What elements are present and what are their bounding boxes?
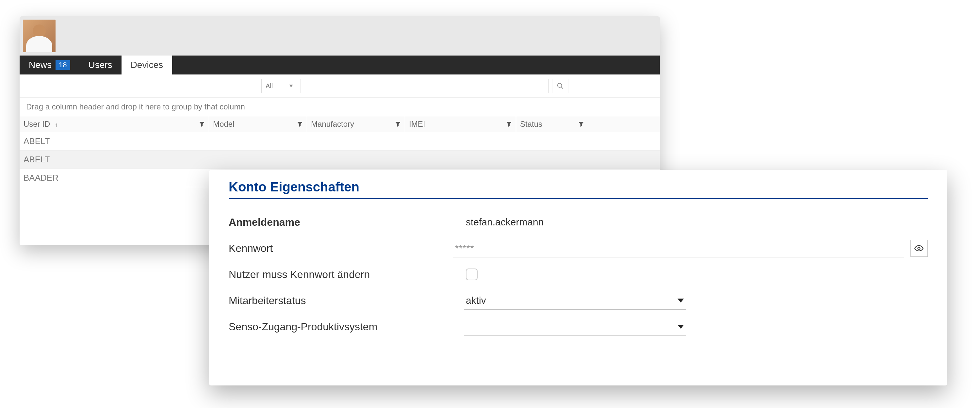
senso-label: Senso-Zugang-Produktivsystem <box>229 321 464 333</box>
sort-asc-icon: ↑ <box>55 121 58 128</box>
tab-label: News <box>29 60 52 70</box>
chevron-down-icon <box>678 325 684 328</box>
status-value: aktiv <box>466 295 486 306</box>
tab-devices[interactable]: Devices <box>121 56 172 75</box>
row-status: Mitarbeiterstatus aktiv <box>229 287 928 314</box>
search-input[interactable] <box>301 79 549 93</box>
filter-icon[interactable] <box>506 121 512 127</box>
password-field[interactable]: ***** <box>453 239 904 257</box>
filter-icon[interactable] <box>578 121 584 127</box>
table-row[interactable]: ABELT <box>20 132 660 151</box>
filter-icon[interactable] <box>395 121 401 127</box>
column-label: Model <box>213 120 234 129</box>
password-label: Kennwort <box>229 242 453 255</box>
dropdown-value: All <box>266 82 273 90</box>
column-label: User ID <box>24 120 50 128</box>
reveal-password-button[interactable] <box>910 240 928 257</box>
row-username: Anmeldename stefan.ackermann <box>229 209 928 235</box>
senso-select[interactable] <box>464 317 686 336</box>
username-label: Anmeldename <box>229 216 464 228</box>
column-userid[interactable]: User ID ↑ <box>20 116 209 132</box>
filter-dropdown[interactable]: All <box>261 79 297 93</box>
column-manufactory[interactable]: Manufactory <box>307 116 405 132</box>
tab-label: Devices <box>130 60 163 70</box>
row-password: Kennwort ***** <box>229 235 928 261</box>
account-properties-panel: Konto Eigenschaften Anmeldename stefan.a… <box>209 170 947 386</box>
column-label: Status <box>520 120 542 129</box>
avatar[interactable] <box>23 19 56 52</box>
column-status[interactable]: Status <box>516 116 588 132</box>
group-hint[interactable]: Drag a column header and drop it here to… <box>20 97 660 116</box>
status-select[interactable]: aktiv <box>464 292 686 310</box>
mustchange-checkbox[interactable] <box>466 269 477 280</box>
search-button[interactable] <box>552 79 568 93</box>
row-mustchange: Nutzer muss Kennwort ändern <box>229 261 928 287</box>
svg-point-2 <box>918 247 920 250</box>
filter-icon[interactable] <box>199 121 205 127</box>
tab-users[interactable]: Users <box>80 56 121 75</box>
svg-point-0 <box>558 83 562 88</box>
row-senso: Senso-Zugang-Produktivsystem <box>229 314 928 340</box>
password-value: ***** <box>455 243 474 254</box>
chevron-down-icon <box>678 298 684 303</box>
tab-bar: News 18 Users Devices <box>20 56 660 75</box>
column-imei[interactable]: IMEI <box>405 116 516 132</box>
filter-row: All <box>20 75 660 97</box>
tab-label: Users <box>89 60 112 70</box>
panel-title: Konto Eigenschaften <box>229 180 928 199</box>
column-label: Manufactory <box>311 120 354 129</box>
status-label: Mitarbeiterstatus <box>229 295 464 307</box>
grid-header: User ID ↑ Model Manufactory IMEI Status <box>20 116 660 132</box>
svg-line-1 <box>561 87 563 89</box>
mustchange-label: Nutzer muss Kennwort ändern <box>229 269 464 280</box>
header-bar <box>20 16 660 56</box>
column-model[interactable]: Model <box>209 116 307 132</box>
column-label: IMEI <box>409 120 425 129</box>
filter-icon[interactable] <box>297 121 303 127</box>
chevron-down-icon <box>289 84 293 87</box>
table-row[interactable]: ABELT <box>20 151 660 169</box>
news-badge: 18 <box>56 60 70 70</box>
eye-icon <box>914 245 923 252</box>
tab-news[interactable]: News 18 <box>20 56 80 75</box>
username-value: stefan.ackermann <box>466 217 544 228</box>
username-field[interactable]: stefan.ackermann <box>464 213 686 231</box>
search-icon <box>557 82 564 89</box>
